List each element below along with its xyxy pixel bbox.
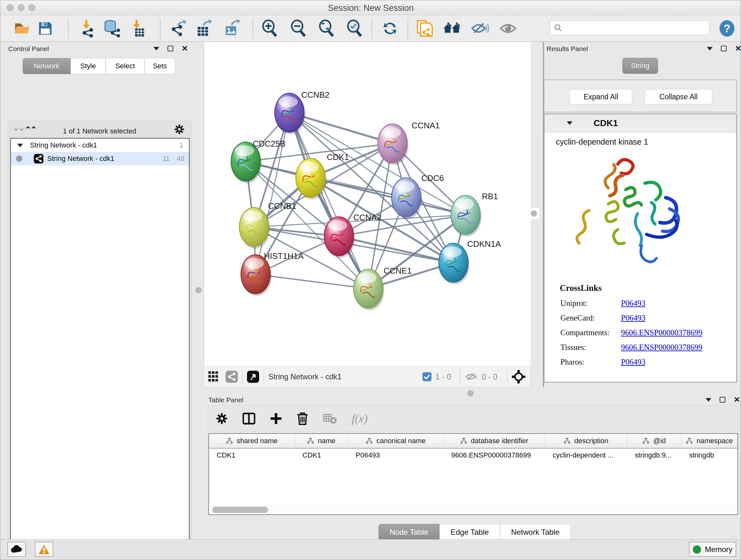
tab-edge-table[interactable]: Edge Table: [440, 524, 500, 541]
expand-all-button[interactable]: Expand All: [569, 89, 632, 105]
tab-sets[interactable]: Sets: [145, 58, 175, 74]
column-header-shared-name[interactable]: shared name: [209, 434, 295, 448]
table-cell[interactable]: CDK1: [209, 449, 295, 462]
export-network-button[interactable]: [169, 19, 187, 38]
export-image-button[interactable]: [222, 19, 241, 38]
network-list-view-icon[interactable]: [226, 371, 238, 383]
table-options-gear-icon[interactable]: [216, 413, 228, 425]
tab-string[interactable]: String: [622, 58, 658, 74]
export-table-button[interactable]: [194, 19, 213, 38]
save-session-button[interactable]: [36, 19, 55, 38]
show-all-button[interactable]: [499, 19, 517, 38]
crosslink-link[interactable]: 9606.ENSP00000378699: [621, 343, 702, 352]
table-horizontal-scrollbar[interactable]: [210, 505, 737, 514]
clone-network-button[interactable]: [415, 19, 434, 38]
column-header-label: canonical name: [377, 437, 426, 445]
panel-collapse-icon[interactable]: [705, 398, 711, 401]
warning-status-button[interactable]: [35, 542, 53, 557]
panel-collapse-icon[interactable]: [153, 47, 159, 51]
tree-expand-icon[interactable]: [17, 144, 23, 147]
help-button[interactable]: ?: [718, 19, 736, 38]
column-header-canonical-name[interactable]: canonical name: [348, 434, 444, 448]
main-toolbar: ?: [0, 15, 741, 42]
panel-float-icon[interactable]: [720, 397, 725, 402]
network-collection-row[interactable]: String Network - cdk1 1: [11, 138, 189, 152]
edge-CCNB2-CCNE1[interactable]: [289, 113, 368, 289]
tab-network[interactable]: Network: [23, 58, 71, 74]
network-row[interactable]: String Network - cdk1 11 48: [11, 152, 189, 165]
panel-close-icon[interactable]: ✕: [182, 46, 188, 51]
table-cell[interactable]: CDK1: [295, 449, 348, 462]
tab-select[interactable]: Select: [106, 58, 145, 74]
left-splitter-handle[interactable]: [193, 285, 204, 296]
gene-expand-icon[interactable]: [567, 121, 572, 125]
panel-float-icon[interactable]: [167, 46, 173, 51]
open-session-button[interactable]: [13, 19, 31, 38]
node-CCNB2[interactable]: [275, 93, 306, 134]
tab-node-table[interactable]: Node Table: [379, 524, 440, 541]
memory-button[interactable]: Memory: [689, 542, 736, 557]
hide-selected-button[interactable]: [471, 19, 489, 38]
crosslink-link[interactable]: 9606.ENSP00000378699: [621, 328, 702, 337]
column-header-name[interactable]: name: [295, 434, 348, 448]
network-canvas[interactable]: CCNB2CCNA1CDC25BCDK1CDC6RB1CCNB1CCNA2CDK…: [204, 42, 531, 366]
node-CCNE1[interactable]: [354, 269, 384, 310]
show-columns-icon[interactable]: [243, 412, 255, 425]
node-RB1[interactable]: [451, 195, 482, 237]
edge-HIST1H1A-CCNE1[interactable]: [256, 274, 368, 289]
zoom-out-button[interactable]: [289, 19, 308, 38]
node-label-CCNA2: CCNA2: [353, 212, 381, 222]
table-cell[interactable]: cyclin-dependent ...: [545, 449, 627, 462]
node-CCNA2[interactable]: [324, 217, 355, 258]
scrollbar-thumb[interactable]: [212, 507, 268, 513]
panel-close-icon[interactable]: ✕: [735, 46, 741, 51]
table-cell[interactable]: P06493: [348, 449, 444, 462]
search-input[interactable]: [550, 20, 710, 35]
network-options-gear-icon[interactable]: [174, 124, 185, 136]
crosslink-link[interactable]: P06493: [621, 299, 645, 308]
import-network-database-button[interactable]: [103, 19, 121, 38]
add-column-icon[interactable]: [270, 413, 282, 425]
crosslink-link[interactable]: P06493: [621, 314, 645, 322]
column-header-database-identifier[interactable]: database identifier: [444, 434, 545, 448]
gene-header[interactable]: CDK1: [544, 114, 736, 132]
import-network-file-button[interactable]: [78, 19, 97, 38]
network-graph[interactable]: CCNB2CCNA1CDC25BCDK1CDC6RB1CCNB1CCNA2CDK…: [204, 42, 531, 366]
column-header-description[interactable]: description: [545, 434, 627, 448]
edge-CCNA2-CDKN1A[interactable]: [339, 236, 454, 263]
tab-network-table[interactable]: Network Table: [500, 524, 571, 541]
first-neighbors-button[interactable]: [443, 19, 461, 38]
refresh-view-button[interactable]: [381, 19, 399, 38]
zoom-selected-button[interactable]: [346, 19, 364, 38]
crosslink-link[interactable]: P06493: [621, 358, 645, 367]
edge-HIST1H1A-CCNB2[interactable]: [256, 113, 289, 274]
column-header-namespace[interactable]: namespace: [681, 434, 738, 448]
zoom-in-button[interactable]: [261, 19, 279, 38]
node-CCNA1[interactable]: [378, 124, 408, 165]
node-HIST1H1A[interactable]: [241, 255, 272, 296]
edge-CDK1-RB1[interactable]: [311, 178, 466, 215]
node-CDK1[interactable]: [296, 159, 327, 199]
zoom-fit-button[interactable]: [318, 19, 336, 38]
table-cell[interactable]: stringdb:9...: [627, 449, 681, 462]
node-CDKN1A[interactable]: [439, 243, 469, 285]
crosshair-icon[interactable]: [512, 370, 525, 383]
column-header--id[interactable]: @id: [627, 434, 681, 448]
tab-style[interactable]: Style: [71, 58, 106, 74]
grid-view-icon[interactable]: [208, 371, 221, 382]
table-cell[interactable]: stringdb: [681, 449, 738, 462]
panel-close-icon[interactable]: ✕: [734, 397, 740, 402]
panel-collapse-icon[interactable]: [707, 47, 713, 51]
node-CCNB1[interactable]: [239, 207, 270, 249]
cloud-status-button[interactable]: [7, 542, 26, 557]
table-cell[interactable]: 9606.ENSP00000378699: [444, 449, 545, 462]
node-CDC6[interactable]: [392, 178, 422, 219]
panel-float-icon[interactable]: [721, 46, 727, 51]
network-view-title: String Network - cdk1: [268, 372, 341, 381]
delete-column-icon[interactable]: [297, 412, 308, 425]
birds-eye-view-icon[interactable]: [247, 371, 259, 383]
collapse-all-button[interactable]: Collapse All: [645, 89, 712, 105]
table-row[interactable]: CDK1CDK1P064939606.ENSP00000378699cyclin…: [209, 449, 738, 462]
selected-checkbox-icon[interactable]: [422, 372, 431, 381]
import-table-file-button[interactable]: [127, 19, 146, 38]
